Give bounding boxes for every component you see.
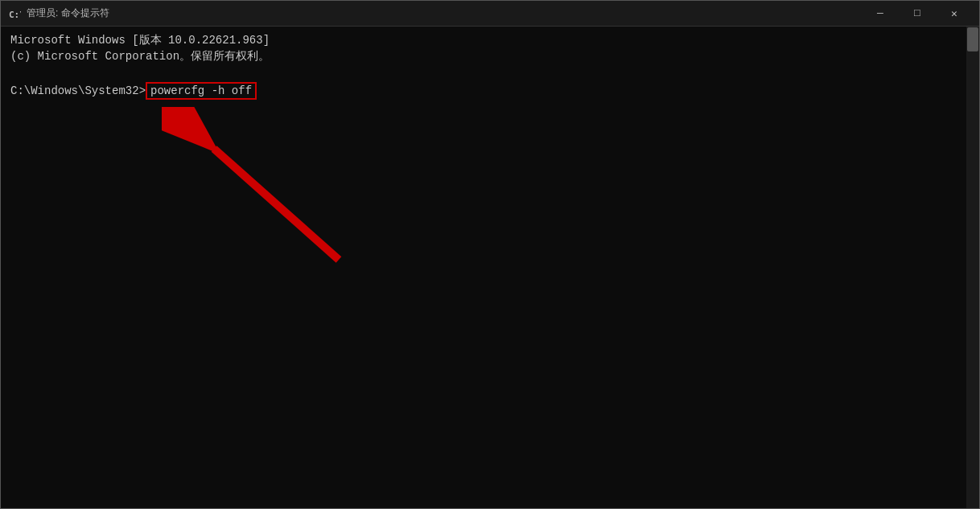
console-line-blank — [10, 64, 970, 80]
maximize-button[interactable]: □ — [899, 1, 936, 27]
command-text: powercfg -h off — [146, 82, 257, 100]
svg-line-3 — [214, 149, 339, 260]
command-line: C:\Windows\System32> powercfg -h off — [10, 82, 970, 100]
cmd-window: C:\ 管理员: 命令提示符 — □ ✕ Microsoft Windows [… — [0, 0, 980, 509]
app-icon: C:\ — [7, 6, 22, 21]
prompt: C:\Windows\System32> — [10, 84, 146, 97]
svg-text:C:\: C:\ — [9, 10, 21, 20]
close-button[interactable]: ✕ — [936, 1, 973, 27]
console-line-2: (c) Microsoft Corporation。保留所有权利。 — [10, 49, 970, 65]
scrollbar-thumb[interactable] — [967, 27, 978, 51]
scrollbar[interactable] — [966, 27, 979, 508]
window-title: 管理员: 命令提示符 — [27, 6, 862, 20]
title-bar: C:\ 管理员: 命令提示符 — □ ✕ — [1, 1, 979, 27]
console-body[interactable]: Microsoft Windows [版本 10.0.22621.963] (c… — [1, 27, 979, 508]
annotation-arrow — [162, 107, 403, 284]
console-line-1: Microsoft Windows [版本 10.0.22621.963] — [10, 33, 970, 49]
minimize-button[interactable]: — — [862, 1, 899, 27]
window-controls: — □ ✕ — [862, 1, 973, 27]
